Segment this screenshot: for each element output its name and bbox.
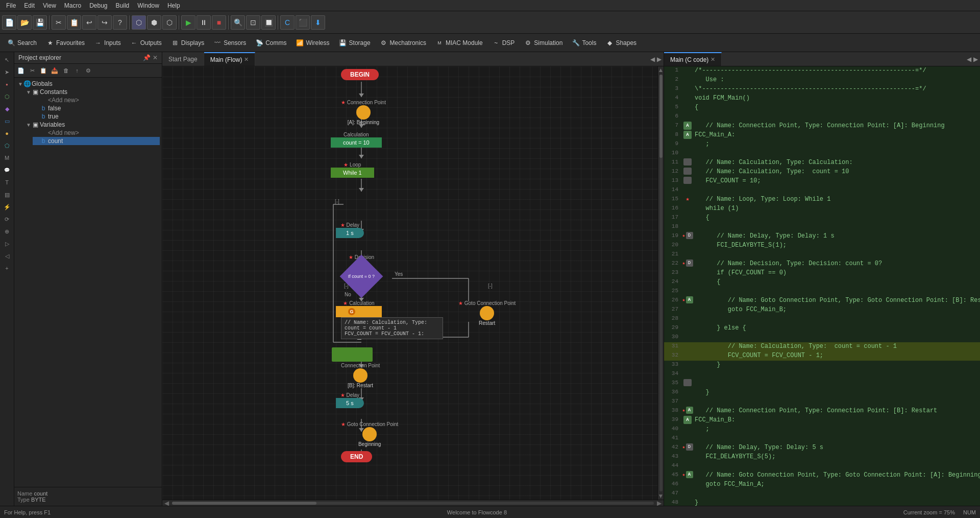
- decision-element[interactable]: ★ Decision If count = 0 ?: [345, 254, 378, 293]
- h-scroll-thumb[interactable]: [172, 502, 316, 505]
- add-new-variables-item[interactable]: <Add new>: [33, 129, 160, 137]
- menu-edit[interactable]: Edit: [20, 1, 39, 10]
- h-scroll-track[interactable]: [172, 502, 654, 505]
- conn-point-b-element[interactable]: Connection Point [B]: Restart: [341, 363, 380, 388]
- sim-button[interactable]: ⬡: [162, 15, 177, 30]
- comms-button[interactable]: 📡 Comms: [251, 37, 290, 49]
- v-scroll-track[interactable]: [659, 75, 663, 491]
- sidebar-out-icon[interactable]: ◁: [2, 250, 13, 262]
- variables-item[interactable]: ▼ ▣ Variables: [24, 121, 160, 129]
- miac-button[interactable]: M MIAC Module: [431, 37, 487, 49]
- shapes-button[interactable]: ◆ Shapes: [601, 37, 641, 49]
- pe-pin-icon[interactable]: 📌: [143, 54, 151, 61]
- outputs-button[interactable]: ← Outputs: [126, 37, 166, 49]
- sidebar-calc-icon[interactable]: ▭: [2, 115, 13, 127]
- pe-cut-btn[interactable]: ✂: [27, 65, 37, 76]
- run-button[interactable]: ▶: [181, 15, 195, 30]
- pe-close-icon[interactable]: ✕: [153, 54, 158, 61]
- undo-button[interactable]: ↩: [82, 15, 96, 30]
- menu-build[interactable]: Build: [112, 1, 134, 10]
- menu-window[interactable]: Window: [133, 1, 163, 10]
- copy-button[interactable]: 📋: [67, 15, 81, 30]
- download-button[interactable]: ⬇: [311, 15, 325, 30]
- tools-button[interactable]: 🔧 Tools: [568, 37, 600, 49]
- sensors-button[interactable]: 〰 Sensors: [209, 37, 250, 49]
- build-button[interactable]: ⬛: [296, 15, 310, 30]
- favourites-button[interactable]: ★ Favourites: [42, 37, 89, 49]
- code-nav-left[interactable]: ◀: [967, 56, 971, 63]
- new-button[interactable]: 📄: [2, 15, 16, 30]
- sidebar-delay-icon[interactable]: ⬠: [2, 140, 13, 151]
- save-button[interactable]: 💾: [33, 15, 47, 30]
- menu-debug[interactable]: Debug: [85, 1, 111, 10]
- pe-settings-btn[interactable]: ⚙: [83, 65, 93, 76]
- prog-button[interactable]: ⬢: [147, 15, 161, 30]
- sidebar-sync-icon[interactable]: ⟳: [2, 214, 13, 225]
- end-element[interactable]: END: [341, 451, 372, 462]
- pe-del-btn[interactable]: 🗑: [61, 65, 71, 76]
- mechatronics-button[interactable]: ⚙ Mechatronics: [376, 37, 430, 49]
- sidebar-comment-icon[interactable]: 💬: [2, 164, 13, 176]
- menu-file[interactable]: File: [2, 1, 20, 10]
- sidebar-in-icon[interactable]: ▷: [2, 238, 13, 249]
- pause-button[interactable]: ⏸: [197, 15, 211, 30]
- tab-main-code[interactable]: Main (C code) ✕: [664, 52, 722, 66]
- search-comp-button[interactable]: 🔍 Search: [3, 37, 41, 49]
- sidebar-add-icon[interactable]: +: [2, 263, 13, 274]
- inputs-button[interactable]: → Inputs: [90, 37, 125, 49]
- sidebar-cursor-icon[interactable]: ↖: [2, 54, 13, 65]
- tab-main-flow[interactable]: Main (Flow) ✕: [204, 52, 256, 66]
- tab-start-page[interactable]: Start Page: [162, 52, 204, 66]
- zoom-out-button[interactable]: 🔲: [261, 15, 276, 30]
- flow-canvas[interactable]: Yes No [-] [-] [-] BEGIN ★ Connection Po…: [162, 66, 664, 506]
- menu-help[interactable]: Help: [163, 1, 184, 10]
- h-scrollbar[interactable]: ◀ ▶: [162, 500, 664, 506]
- flow-nav-left[interactable]: ◀: [650, 56, 655, 63]
- compile-button[interactable]: C: [280, 15, 295, 30]
- code-tab-close[interactable]: ✕: [710, 56, 715, 63]
- chip-button[interactable]: ⬡: [132, 15, 146, 30]
- scroll-right-btn[interactable]: ▶: [655, 500, 664, 506]
- pe-up-btn[interactable]: ↑: [72, 65, 82, 76]
- sidebar-begin-icon[interactable]: ●: [2, 79, 13, 90]
- menu-view[interactable]: View: [39, 1, 60, 10]
- sidebar-text-icon[interactable]: T: [2, 177, 13, 188]
- redo-button[interactable]: ↪: [97, 15, 112, 30]
- simulation-button[interactable]: ⚙ Simulation: [520, 37, 567, 49]
- count-item[interactable]: b count: [33, 137, 160, 145]
- zoom-in-button[interactable]: 🔍: [231, 15, 245, 30]
- goto-restart-element[interactable]: ★ Goto Connection Point Restart: [458, 300, 516, 326]
- wireless-button[interactable]: 📶 Wireless: [292, 37, 334, 49]
- sidebar-pointer-icon[interactable]: ➤: [2, 66, 13, 78]
- dsp-button[interactable]: ~ DSP: [488, 37, 519, 49]
- zoom-fit-button[interactable]: ⊡: [246, 15, 260, 30]
- sidebar-loop-icon[interactable]: ⬡: [2, 91, 13, 102]
- goto-beginning-element[interactable]: ★ Goto Connection Point Beginning: [341, 421, 398, 447]
- scroll-left-btn[interactable]: ◀: [162, 500, 171, 506]
- help-button[interactable]: ?: [113, 15, 127, 30]
- tab-main-flow-close[interactable]: ✕: [244, 56, 249, 63]
- delay-1-element[interactable]: ★ Delay 1 s: [336, 222, 364, 238]
- pe-new-btn[interactable]: 📄: [16, 65, 26, 76]
- add-new-constants-item[interactable]: <Add new>: [33, 96, 160, 104]
- calc-2-element[interactable]: ★ Calculation G // Name: Calculation, Ty…: [336, 300, 382, 317]
- stop-button[interactable]: ■: [212, 15, 226, 30]
- v-scroll-thumb[interactable]: [659, 75, 663, 158]
- delay-2-element[interactable]: ★ Delay 5 s: [336, 392, 364, 408]
- true-item[interactable]: b true: [33, 112, 160, 121]
- calc-1-element[interactable]: Calculation count = 10: [331, 132, 382, 148]
- begin-element[interactable]: BEGIN: [341, 69, 379, 80]
- false-item[interactable]: b false: [33, 104, 160, 112]
- code-nav-right[interactable]: ▶: [973, 56, 978, 63]
- flow-nav-right[interactable]: ▶: [657, 56, 662, 63]
- constants-item[interactable]: ▼ ▣ Constants: [24, 88, 160, 96]
- scroll-down-btn[interactable]: ▼: [658, 492, 664, 500]
- sidebar-conn-icon[interactable]: ●: [2, 128, 13, 139]
- sidebar-macro-icon[interactable]: M: [2, 152, 13, 163]
- storage-button[interactable]: 💾 Storage: [335, 37, 375, 49]
- menu-macro[interactable]: Macro: [60, 1, 85, 10]
- sidebar-table-icon[interactable]: ▤: [2, 189, 13, 200]
- sidebar-decision-icon[interactable]: ◆: [2, 103, 13, 114]
- open-button[interactable]: 📂: [17, 15, 32, 30]
- globals-item[interactable]: ▼ 🌐 Globals: [16, 80, 160, 88]
